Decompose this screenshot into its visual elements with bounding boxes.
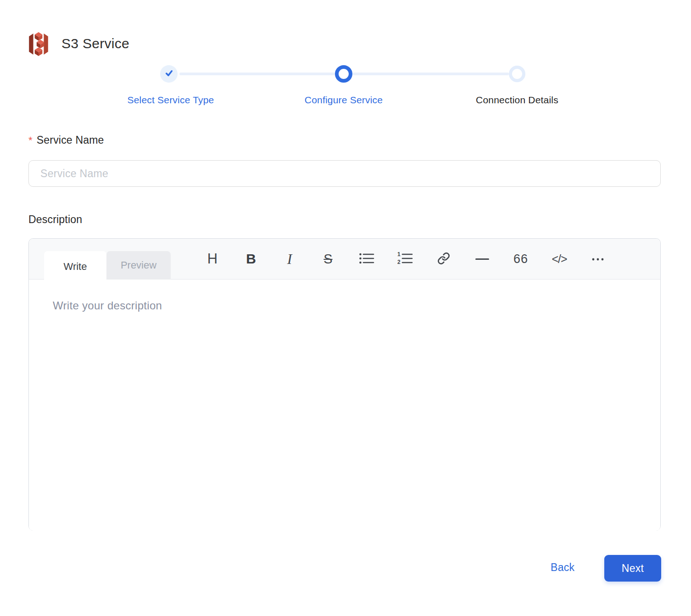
next-button[interactable]: Next — [604, 555, 661, 582]
heading-button[interactable]: H — [203, 248, 222, 270]
more-button[interactable] — [589, 248, 607, 270]
service-name-label: *Service Name — [28, 134, 104, 146]
link-icon — [437, 252, 450, 266]
numbered-list-icon: 1 2 — [397, 252, 413, 267]
service-name-input[interactable] — [28, 160, 661, 187]
editor-toolbar: H B I S — [203, 239, 607, 279]
step-connector — [352, 73, 509, 75]
configure-service-page: S3 Service Select Service Type Configure… — [0, 0, 691, 616]
page-title: S3 Service — [61, 36, 129, 51]
code-button[interactable]: </> — [550, 248, 568, 270]
svg-text:1: 1 — [397, 252, 401, 258]
tab-write[interactable]: Write — [44, 251, 106, 282]
check-icon — [164, 68, 174, 80]
required-asterisk: * — [28, 134, 33, 146]
step-pending-indicator — [509, 66, 525, 82]
italic-button[interactable]: I — [280, 248, 299, 270]
bulleted-list-button[interactable] — [357, 248, 376, 270]
strikethrough-button[interactable]: S — [319, 248, 337, 270]
step-label-select-service-type: Select Service Type — [97, 95, 244, 106]
bulleted-list-icon — [359, 252, 374, 266]
step-label-connection-details: Connection Details — [444, 95, 591, 106]
step-active-indicator — [335, 65, 352, 83]
quote-button[interactable]: 66 — [512, 248, 530, 270]
bold-button[interactable]: B — [242, 248, 260, 270]
description-editor: Write Preview H B I S — [28, 238, 661, 531]
step-label-configure-service: Configure Service — [270, 95, 417, 106]
horizontal-rule-button[interactable] — [473, 248, 491, 270]
numbered-list-button[interactable]: 1 2 — [396, 248, 414, 270]
step-connector — [179, 73, 335, 75]
description-input[interactable] — [29, 280, 660, 531]
back-button[interactable]: Back — [551, 561, 574, 574]
svg-text:2: 2 — [397, 259, 401, 265]
description-label: Description — [28, 213, 82, 226]
s3-bucket-icon — [28, 32, 50, 56]
ellipsis-icon — [591, 256, 604, 263]
editor-toolbar-header: Write Preview H B I S — [29, 239, 660, 280]
service-name-label-text: Service Name — [37, 134, 104, 146]
horizontal-rule-icon — [475, 258, 489, 260]
tab-preview[interactable]: Preview — [106, 251, 171, 280]
step-completed-indicator — [160, 65, 178, 83]
link-button[interactable] — [435, 248, 453, 270]
